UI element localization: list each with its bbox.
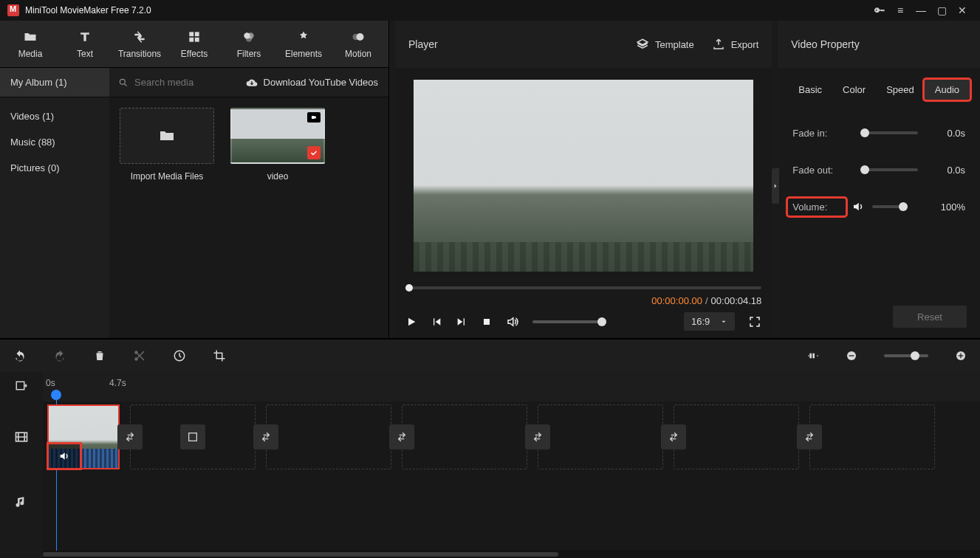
svg-rect-18 [849, 355, 854, 356]
prop-tab-speed[interactable]: Speed [876, 80, 925, 100]
tab-elements[interactable]: Elements [276, 21, 331, 67]
svg-rect-10 [312, 116, 315, 119]
clip-label: video [230, 171, 325, 182]
undo-button[interactable] [13, 349, 27, 362]
fit-button[interactable] [807, 350, 819, 362]
swap-icon[interactable] [253, 424, 278, 450]
add-track-button[interactable] [0, 372, 43, 402]
sidebar-item-music[interactable]: Music (88) [0, 129, 109, 155]
clip-audio-icon[interactable] [49, 444, 80, 468]
tab-label: Filters [237, 49, 261, 59]
speaker-icon[interactable] [851, 200, 865, 213]
fade-in-value: 0.0s [947, 128, 965, 139]
swap-icon[interactable] [661, 424, 686, 450]
volume-slider[interactable] [872, 205, 908, 208]
swap-icon[interactable] [389, 424, 414, 450]
chevron-right-icon [772, 182, 778, 190]
tab-media[interactable]: Media [3, 21, 58, 67]
crop-button[interactable] [213, 349, 226, 362]
volume-icon[interactable] [506, 315, 519, 328]
player-preview [395, 68, 772, 283]
timeline-slot[interactable] [130, 404, 256, 469]
minimize-button[interactable]: — [911, 4, 931, 16]
aspect-ratio-select[interactable]: 16:9 [684, 312, 735, 331]
speed-button[interactable] [173, 349, 186, 362]
prop-tab-audio[interactable]: Audio [925, 80, 970, 100]
timeline-slot[interactable] [402, 404, 527, 469]
album-header[interactable]: My Album (1) [0, 68, 109, 97]
svg-point-8 [353, 33, 359, 39]
audio-track-icon [0, 472, 43, 531]
svg-rect-11 [484, 319, 490, 325]
timeline-slot[interactable] [266, 404, 391, 469]
fullscreen-button[interactable] [748, 315, 761, 328]
next-frame-button[interactable] [456, 316, 467, 328]
time-display: 00:00:00.00 / 00:00:04.18 [405, 295, 761, 306]
svg-rect-24 [189, 433, 197, 441]
split-button[interactable] [133, 349, 146, 362]
app-title: MiniTool MovieMaker Free 7.2.0 [25, 5, 151, 16]
sidebar-item-videos[interactable]: Videos (1) [0, 103, 109, 129]
tab-label: Transitions [118, 49, 161, 59]
timeline-slot[interactable] [809, 404, 935, 469]
tab-text[interactable]: Text [58, 21, 112, 67]
timeline-tracks[interactable]: 0s 4.7s [43, 372, 980, 558]
ruler-mark: 4.7s [109, 378, 126, 388]
property-tabs: Basic Color Speed Audio [778, 68, 980, 111]
timeline-slot[interactable] [538, 404, 663, 469]
search-input[interactable] [134, 77, 238, 88]
stop-button[interactable] [481, 316, 493, 328]
time-ruler[interactable]: 0s 4.7s [43, 372, 980, 402]
zoom-out-button[interactable] [846, 350, 857, 362]
download-slot-icon[interactable] [180, 424, 205, 450]
player-progress[interactable] [405, 286, 761, 289]
folder-icon [158, 127, 176, 145]
swap-icon[interactable] [797, 424, 822, 450]
reset-button[interactable]: Reset [893, 306, 967, 328]
video-clip[interactable] [47, 404, 120, 469]
export-label: Export [731, 39, 759, 50]
tab-effects[interactable]: Effects [167, 21, 222, 67]
tab-filters[interactable]: Filters [222, 21, 276, 67]
menu-icon[interactable]: ≡ [890, 4, 911, 16]
prop-tab-color[interactable]: Color [832, 80, 876, 100]
volume-slider[interactable] [532, 320, 606, 323]
volume-value: 100% [941, 202, 965, 213]
sidebar-item-pictures[interactable]: Pictures (0) [0, 155, 109, 181]
play-button[interactable] [405, 316, 417, 328]
close-button[interactable]: ✕ [952, 4, 973, 16]
import-label: Import Media Files [120, 171, 214, 182]
search-box[interactable] [109, 77, 246, 88]
redo-button[interactable] [53, 349, 66, 362]
import-media-card[interactable]: Import Media Files [120, 108, 214, 182]
delete-button[interactable] [93, 349, 106, 362]
video-track[interactable] [43, 402, 980, 472]
download-youtube-button[interactable]: Download YouTube Videos [246, 77, 388, 89]
svg-point-6 [246, 35, 252, 41]
swap-icon[interactable] [525, 424, 550, 450]
prop-tab-basic[interactable]: Basic [788, 80, 832, 100]
media-clip-card[interactable]: video [230, 108, 325, 182]
key-icon[interactable]: 🔑︎ [869, 4, 890, 16]
filters-icon [241, 30, 256, 44]
swap-icon[interactable] [117, 424, 143, 450]
export-button[interactable]: Export [712, 38, 759, 51]
template-button[interactable]: Template [636, 38, 694, 51]
zoom-in-button[interactable] [955, 350, 967, 362]
tab-motion[interactable]: Motion [331, 21, 386, 67]
svg-rect-16 [812, 354, 815, 359]
elements-icon [296, 30, 311, 44]
fade-in-slider[interactable] [860, 131, 918, 134]
timeline-slot[interactable] [674, 404, 799, 469]
maximize-button[interactable]: ▢ [931, 4, 952, 16]
time-total: 00:00:04.18 [711, 295, 762, 306]
tab-transitions[interactable]: Transitions [112, 21, 167, 67]
fade-in-label: Fade in: [792, 128, 850, 139]
timeline-scrollbar[interactable] [43, 551, 980, 558]
media-panel: Media Text Transitions Effects Filters [0, 21, 389, 338]
motion-icon [351, 30, 366, 44]
fade-out-slider[interactable] [860, 168, 918, 171]
expand-handle[interactable] [772, 168, 779, 204]
prev-frame-button[interactable] [431, 316, 442, 328]
zoom-slider[interactable] [884, 354, 928, 357]
